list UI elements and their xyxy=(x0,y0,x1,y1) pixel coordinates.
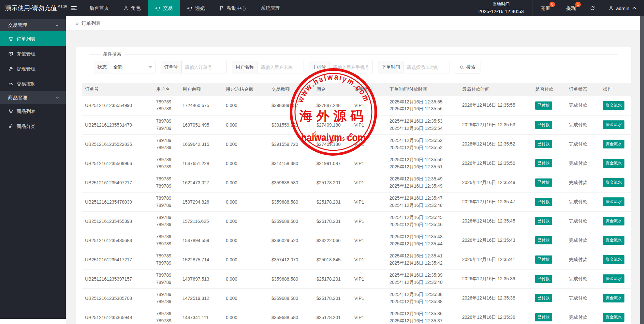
level-cell: VIP1 xyxy=(354,219,364,224)
order-no-input[interactable] xyxy=(182,61,227,73)
nav-label: 选妃 xyxy=(195,5,205,11)
order-status-cell: 完成付款 xyxy=(569,276,587,281)
refresh-button[interactable] xyxy=(584,0,601,16)
table-row: UB2512161235365948 789789 789789 1447341… xyxy=(82,308,631,324)
col-last-pay-time: 最后付款时间 xyxy=(460,83,533,96)
withdraw-button[interactable]: 提现 1 xyxy=(558,0,584,16)
order-time-cell: 2025年12月16日 12:35:49 xyxy=(389,176,457,183)
user-account-cell: 789789 xyxy=(156,317,177,324)
balance-cell: 1669642.315 xyxy=(183,142,209,147)
main-nav: 后台首页 角色 交易 选妃 帮助中心 系统管理 xyxy=(82,0,287,16)
level-cell: VIP1 xyxy=(354,142,364,147)
order-table-body: UB2512161235554990 789789 789789 1724460… xyxy=(82,96,631,324)
order-no-cell: UB2512161235531479 xyxy=(85,122,132,128)
user-menu[interactable]: admin xyxy=(601,0,644,16)
commission-cell: $25018.845 xyxy=(316,257,341,262)
nav-item-xuanfei[interactable]: 选妃 xyxy=(180,0,212,16)
nav-item-help-center[interactable]: 帮助中心 xyxy=(212,0,254,16)
order-status-cell: 完成付款 xyxy=(569,122,587,127)
user-icon xyxy=(123,6,129,11)
sidebar-group-product-management[interactable]: 商品管理 xyxy=(0,91,66,104)
menu-toggle-button[interactable] xyxy=(66,0,82,16)
status-select[interactable]: 全部 xyxy=(110,61,155,73)
recharge-label: 充值 xyxy=(540,5,550,11)
balance-cell: 1497697.513 xyxy=(183,276,209,282)
nav-item-system[interactable]: 系统管理 xyxy=(254,0,287,16)
last-pay-time-cell: 2026年12月16日 12:35:39 xyxy=(462,276,515,281)
sidebar-item-label: 交易控制 xyxy=(17,81,36,87)
balance-cell: 1647651.228 xyxy=(183,161,209,166)
recharge-icon xyxy=(8,51,13,56)
sidebar-item-product-list[interactable]: 商品列表 xyxy=(0,104,66,119)
pay-time-cell: 2025年12月16日 12:35:37 xyxy=(389,317,457,324)
fund-flow-button[interactable]: 资金流水 xyxy=(603,236,624,245)
vertical-scrollbar[interactable] xyxy=(640,16,644,324)
nav-item-dashboard[interactable]: 后台首页 xyxy=(82,0,116,16)
pay-time-cell: 2025年12月16日 12:35:56 xyxy=(389,105,457,113)
status-selected-value: 全部 xyxy=(113,64,123,70)
scales-icon xyxy=(187,6,193,11)
order-no-label: 订单号 xyxy=(161,61,182,73)
fund-flow-button[interactable]: 资金流水 xyxy=(603,197,624,206)
fund-flow-button[interactable]: 资金流水 xyxy=(603,313,624,322)
commission-cell: $25178.201 xyxy=(316,180,341,185)
frozen-cell: 0.000 xyxy=(226,199,237,205)
sidebar-item-trade-control[interactable]: 交易控制 xyxy=(0,76,66,91)
order-status-cell: 完成付款 xyxy=(569,257,587,262)
balance-cell: 1622473.027 xyxy=(183,180,209,185)
order-no-cell: UB2512161235435683 xyxy=(85,238,132,243)
order-time-cell: 2025年12月16日 12:35:55 xyxy=(389,99,457,106)
nav-label: 帮助中心 xyxy=(227,5,246,11)
sidebar-group-trade-management[interactable]: 交易管理 xyxy=(0,19,66,31)
pay-time-cell: 2025年12月16日 12:35:38 xyxy=(389,298,457,305)
order-list-card: 条件搜索 状态 全部 订单号 用户名称 手 xyxy=(76,47,631,324)
sidebar-item-withdraw-management[interactable]: 提现管理 xyxy=(0,61,66,76)
order-status-cell: 完成付款 xyxy=(569,238,587,243)
amount-cell: $359688.580 xyxy=(271,199,298,205)
fund-flow-button[interactable]: 资金流水 xyxy=(603,101,624,110)
app-title: 演示使用-请勿充值 xyxy=(5,4,57,12)
sidebar-item-recharge-management[interactable]: 充值管理 xyxy=(0,46,66,61)
nav-item-trade[interactable]: 交易 xyxy=(148,0,180,16)
search-button[interactable]: 搜索 xyxy=(455,61,480,73)
amount-cell: $314158.380 xyxy=(271,161,298,166)
amount-cell: $398389.257 xyxy=(271,103,298,108)
sidebar-item-order-list[interactable]: 订单列表 xyxy=(0,31,66,46)
user-account-cell: 789789 xyxy=(156,125,177,132)
paid-status-badge: 已付款 xyxy=(535,313,552,321)
fund-flow-button[interactable]: 资金流水 xyxy=(603,178,624,187)
table-row: UB2512161235385708 789789 789789 1472519… xyxy=(82,288,631,308)
frozen-cell: 0.000 xyxy=(226,142,237,147)
fund-flow-button[interactable]: 资金流水 xyxy=(603,294,624,302)
order-status-cell: 完成付款 xyxy=(569,161,587,166)
order-no-cell: UB2512161235509966 xyxy=(85,161,132,166)
nav-item-roles[interactable]: 角色 xyxy=(116,0,148,16)
amount-cell: $357412.070 xyxy=(271,257,298,262)
fund-flow-button[interactable]: 资金流水 xyxy=(603,255,624,264)
phone-input[interactable] xyxy=(329,61,373,73)
table-row: UB2512161235397157 789789 789789 1497697… xyxy=(82,269,631,288)
fund-flow-button[interactable]: 资金流水 xyxy=(603,217,624,225)
level-cell: VIP1 xyxy=(354,315,364,320)
user-name-input[interactable] xyxy=(257,61,303,73)
chevron-down-icon xyxy=(55,96,59,100)
table-row: UB2512161235435683 789789 789789 1547894… xyxy=(82,231,631,250)
order-status-cell: 完成付款 xyxy=(569,180,587,185)
fund-flow-button[interactable]: 资金流水 xyxy=(603,274,624,283)
recharge-button[interactable]: 充值 0 xyxy=(532,0,558,16)
fund-flow-button[interactable]: 资金流水 xyxy=(603,159,624,168)
fund-flow-button[interactable]: 资金流水 xyxy=(603,140,624,148)
order-status-cell: 完成付款 xyxy=(569,295,587,301)
commission-cell: $24222.066 xyxy=(316,238,341,243)
user-account-cell: 789789 xyxy=(156,144,177,151)
paid-status-badge: 已付款 xyxy=(535,236,552,244)
fund-flow-button[interactable]: 资金流水 xyxy=(603,120,624,129)
sidebar-item-product-category[interactable]: 商品分类 xyxy=(0,119,66,134)
balance-cell: 1724460.675 xyxy=(183,103,209,108)
order-time-input[interactable] xyxy=(403,61,449,73)
order-status-cell: 完成付款 xyxy=(569,141,587,147)
user-account-cell: 789789 xyxy=(156,183,177,190)
status-filter: 状态 全部 xyxy=(94,61,155,73)
frozen-cell: 0.000 xyxy=(226,296,237,301)
pay-time-cell: 2025年12月16日 12:35:46 xyxy=(389,221,457,228)
